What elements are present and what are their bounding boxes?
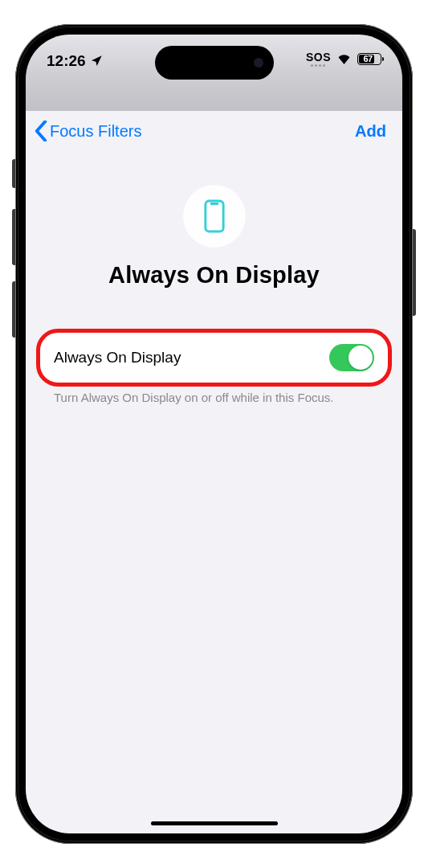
nav-bar: Focus Filters Add	[26, 111, 402, 153]
hero-section: Always On Display	[26, 153, 402, 289]
content-area: Focus Filters Add Always On Display Alwa…	[26, 111, 402, 833]
screen: 12:26 SOS 67 Focus Filters	[26, 35, 402, 833]
camera-dot	[254, 58, 263, 68]
volume-up-button	[12, 209, 15, 265]
toggle-knob	[349, 346, 373, 370]
add-button[interactable]: Add	[355, 122, 386, 141]
always-on-display-toggle[interactable]	[329, 344, 374, 371]
phone-icon	[203, 199, 226, 233]
status-bar: 12:26 SOS 67	[26, 35, 402, 111]
volume-down-button	[12, 281, 15, 338]
svg-rect-0	[205, 201, 222, 231]
battery-indicator: 67	[357, 53, 381, 65]
always-on-display-row[interactable]: Always On Display	[40, 333, 388, 383]
chevron-left-icon	[34, 121, 48, 141]
sos-indicator: SOS	[306, 51, 331, 67]
back-label: Focus Filters	[50, 122, 141, 141]
back-button[interactable]: Focus Filters	[34, 121, 141, 141]
phone-frame: 12:26 SOS 67 Focus Filters	[15, 24, 413, 844]
page-title: Always On Display	[108, 262, 320, 289]
dynamic-island	[155, 46, 274, 80]
mute-switch	[12, 159, 15, 188]
power-button	[413, 229, 416, 316]
settings-group: Always On Display Turn Always On Display…	[26, 333, 402, 404]
setting-hint: Turn Always On Display on or off while i…	[40, 383, 388, 404]
status-time: 12:26	[47, 52, 86, 70]
setting-label: Always On Display	[54, 349, 181, 366]
location-icon	[90, 55, 103, 68]
home-indicator[interactable]	[151, 821, 278, 825]
hero-icon-circle	[183, 185, 246, 248]
wifi-icon	[336, 53, 352, 64]
